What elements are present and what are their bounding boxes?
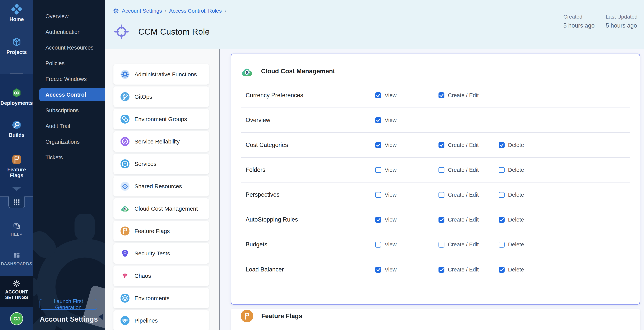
- rail-item-home[interactable]: Home: [0, 4, 33, 22]
- breadcrumb-access-control-roles[interactable]: Access Control: Roles: [169, 8, 222, 14]
- create_edit-checkbox-checked[interactable]: [438, 217, 444, 223]
- permission-row-label: Load Balancer: [246, 257, 284, 282]
- create_edit-checkbox-checked[interactable]: [438, 92, 444, 98]
- permission-row-label: AutoStopping Rules: [246, 207, 298, 232]
- grid-icon: [13, 198, 20, 206]
- breadcrumb-account-settings[interactable]: Account Settings: [122, 8, 162, 14]
- create_edit-checkbox-unchecked[interactable]: [438, 242, 444, 248]
- harness-home-icon: [11, 4, 22, 15]
- resource-card-environments[interactable]: Environments: [114, 288, 209, 308]
- resource-card-label: GitOps: [134, 94, 152, 100]
- delete-checkbox-checked[interactable]: [499, 217, 504, 223]
- user-avatar[interactable]: CJ: [10, 312, 23, 325]
- create_edit-checkbox-checked[interactable]: [438, 142, 444, 148]
- feature-flags-circle-icon: [241, 310, 253, 322]
- sidenav-item-authentication[interactable]: Authentication: [33, 24, 105, 40]
- sidenav-panel-title: Account Settings: [40, 315, 98, 323]
- sidenav-list: OverviewAuthenticationAccount ResourcesP…: [33, 9, 105, 165]
- gear-icon: [12, 279, 21, 288]
- resource-card-administrative-functions[interactable]: Administrative Functions: [114, 64, 209, 85]
- launch-first-generation-button[interactable]: Launch First Generation: [40, 299, 97, 310]
- permission-cell-create_edit: Create / Edit: [438, 183, 478, 207]
- shared-resources-diamond-icon: [120, 182, 130, 191]
- permissions-region: $ Cloud Cost Management Currency Prefere…: [220, 49, 644, 330]
- collapse-panel-icon[interactable]: [98, 313, 103, 320]
- page-title: CCM Custom Role: [138, 27, 210, 37]
- sidenav-item-freeze-windows[interactable]: Freeze Windows: [33, 71, 105, 87]
- help-button[interactable]: ? HELP: [0, 222, 33, 237]
- resource-card-cloud-cost-management[interactable]: $Cloud Cost Management: [114, 198, 209, 219]
- feature-flags-circle-icon: [120, 227, 130, 236]
- view-checkbox-unchecked[interactable]: [375, 242, 381, 248]
- environment-groups-icon: [120, 115, 130, 124]
- permission-row-cost-categories: Cost CategoriesViewCreate / EditDelete: [241, 133, 630, 158]
- resource-card-services[interactable]: Services: [114, 154, 209, 174]
- sidenav-item-organizations[interactable]: Organizations: [33, 134, 105, 149]
- sidenav-item-policies[interactable]: Policies: [33, 56, 105, 71]
- resource-card-gitops[interactable]: GitOps: [114, 86, 209, 107]
- sidenav-item-tickets[interactable]: Tickets: [33, 149, 105, 165]
- feature-flags-section-title: Feature Flags: [261, 312, 302, 320]
- rail-item-deployments[interactable]: Deployments: [0, 88, 33, 106]
- permission-cell-create_edit: Create / Edit: [438, 133, 478, 157]
- sidenav-item-subscriptions[interactable]: Subscriptions: [33, 103, 105, 118]
- gear-icon[interactable]: [113, 8, 119, 14]
- rail-divider: [10, 73, 23, 74]
- delete-checkbox-checked[interactable]: [499, 267, 504, 273]
- resource-card-service-reliability[interactable]: Service Reliability: [114, 131, 209, 152]
- view-checkbox-unchecked[interactable]: [375, 192, 381, 198]
- account-settings-rail-button[interactable]: ACCOUNT SETTINGS: [0, 276, 33, 307]
- resource-card-chaos[interactable]: Chaos: [114, 266, 209, 286]
- sidenav-item-account-resources[interactable]: Account Resources: [33, 40, 105, 56]
- meta-divider: [600, 14, 600, 29]
- rail-item-builds[interactable]: Builds: [0, 120, 33, 138]
- checkbox-label: View: [385, 92, 396, 98]
- create_edit-checkbox-unchecked[interactable]: [438, 167, 444, 173]
- delete-checkbox-unchecked[interactable]: [499, 192, 504, 198]
- feature-flags-section-card: Feature Flags: [231, 308, 640, 330]
- permission-row-label: Perspectives: [246, 183, 280, 207]
- ccm-section-header: $ Cloud Cost Management: [241, 66, 335, 77]
- chevron-down-icon[interactable]: [12, 187, 21, 191]
- sidenav-item-access-control[interactable]: Access Control: [39, 88, 105, 101]
- view-checkbox-checked[interactable]: [375, 267, 381, 273]
- feature-flags-section-header: Feature Flags: [241, 310, 302, 322]
- create_edit-checkbox-checked[interactable]: [438, 267, 444, 273]
- resource-card-feature-flags[interactable]: Feature Flags: [114, 221, 209, 241]
- view-checkbox-checked[interactable]: [375, 117, 381, 123]
- delete-checkbox-unchecked[interactable]: [499, 242, 504, 248]
- permission-cell-view: View: [375, 257, 396, 282]
- checkbox-label: View: [385, 241, 396, 248]
- delete-checkbox-unchecked[interactable]: [499, 167, 504, 173]
- checkbox-label: Delete: [508, 192, 524, 198]
- permission-cell-delete: Delete: [499, 232, 524, 257]
- sidenav-item-audit-trail[interactable]: Audit Trail: [33, 118, 105, 134]
- gitops-branch-icon: [120, 92, 130, 101]
- created-value: 5 hours ago: [564, 22, 595, 29]
- resource-card-security-tests[interactable]: Security Tests: [114, 243, 209, 264]
- view-checkbox-unchecked[interactable]: [375, 167, 381, 173]
- create_edit-checkbox-unchecked[interactable]: [438, 192, 444, 198]
- permission-cell-view: View: [375, 158, 396, 182]
- created-label: Created: [564, 14, 595, 20]
- resource-card-pipelines[interactable]: Pipelines: [114, 310, 209, 330]
- resource-card-label: Security Tests: [134, 250, 170, 257]
- view-checkbox-checked[interactable]: [375, 92, 381, 98]
- view-checkbox-checked[interactable]: [375, 217, 381, 223]
- resource-card-shared-resources[interactable]: Shared Resources: [114, 176, 209, 197]
- permission-rows: Currency PreferencesViewCreate / EditOve…: [241, 83, 630, 282]
- resource-card-label: Shared Resources: [134, 183, 182, 190]
- delete-checkbox-checked[interactable]: [499, 142, 504, 148]
- checkbox-label: View: [385, 142, 396, 148]
- pipelines-chain-icon: [120, 316, 130, 325]
- view-checkbox-checked[interactable]: [375, 142, 381, 148]
- module-picker-button[interactable]: [8, 197, 25, 208]
- module-rail: HomeProjectsDeploymentsBuildsFeature Fla…: [0, 0, 33, 330]
- dashboards-grid-icon: [12, 252, 21, 260]
- rail-item-feature-flags[interactable]: Feature Flags: [0, 154, 33, 178]
- dashboards-button[interactable]: DASHBOARDS: [0, 252, 33, 266]
- rail-item-projects[interactable]: Projects: [0, 37, 33, 55]
- resource-card-environment-groups[interactable]: Environment Groups: [114, 109, 209, 129]
- chaos-triangles-icon: [120, 271, 130, 280]
- sidenav-item-overview[interactable]: Overview: [33, 9, 105, 24]
